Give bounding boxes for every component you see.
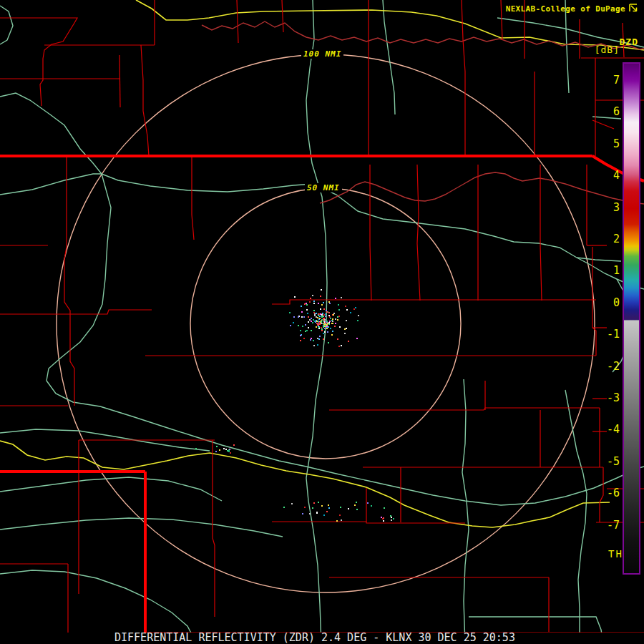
map-line-hwy — [0, 441, 610, 527]
color-scale-tick: 1 — [580, 265, 620, 276]
color-scale-tick: 3 — [580, 203, 620, 213]
product-code-label: DZD — [620, 36, 638, 47]
color-scale-tick: 7 — [580, 75, 620, 86]
map-line-county — [501, 0, 502, 40]
map-line-road — [565, 0, 569, 93]
color-scale-bar — [623, 62, 640, 575]
map-line-road — [0, 6, 13, 44]
radar-map-canvas[interactable] — [0, 0, 644, 644]
map-line-road — [47, 174, 306, 467]
map-line-county — [417, 165, 420, 301]
color-scale-tick: -7 — [580, 520, 620, 531]
map-line-county — [192, 156, 194, 240]
color-scale-tick: -5 — [580, 457, 620, 467]
color-scale-tick: -6 — [580, 488, 620, 499]
color-scale-tick: 4 — [580, 170, 620, 181]
threshold-label: TH — [608, 548, 623, 560]
status-bar: DIFFERENTIAL REFLECTIVITY (ZDR) 2.4 DEG … — [0, 633, 644, 644]
map-line-county — [540, 165, 542, 301]
color-scale-tick: -1 — [580, 329, 620, 340]
map-line-county — [119, 55, 120, 107]
map-line-road — [0, 93, 102, 174]
radar-viewer: 100 NMI 50 NMI NEXLAB-College of DuPage … — [0, 0, 644, 644]
color-scale-tick: 2 — [580, 234, 620, 245]
map-launch-arrow-icon[interactable] — [628, 3, 639, 14]
map-line-county — [282, 0, 283, 32]
map-line-county — [141, 45, 149, 156]
map-line-road — [462, 379, 469, 644]
color-scale-tick: -3 — [580, 393, 620, 404]
color-scale-tick: -4 — [580, 424, 620, 435]
color-scale-tick: 6 — [580, 107, 620, 117]
map-line-county — [272, 300, 596, 304]
map-line-road — [383, 0, 395, 114]
color-scale-tick: 5 — [580, 139, 620, 150]
map-line-county — [272, 522, 465, 523]
map-line-county — [370, 165, 371, 301]
map-line-county — [213, 440, 215, 617]
color-scale-tick: 0 — [580, 298, 620, 308]
color-scale-tick: -2 — [580, 361, 620, 372]
range-ring-label-100nmi: 100 NMI — [301, 49, 343, 59]
range-ring-label-50nmi: 50 NMI — [305, 183, 342, 192]
map-line-county — [237, 0, 238, 43]
map-line-road — [0, 518, 283, 537]
units-label: [dB] — [595, 44, 620, 55]
page-title: NEXLAB-College of DuPage — [506, 4, 625, 14]
map-line-county — [329, 408, 600, 410]
status-bar-text: DIFFERENTIAL REFLECTIVITY (ZDR) 2.4 DEG … — [114, 633, 515, 643]
map-line-road — [306, 467, 644, 505]
map-line-county — [0, 18, 77, 106]
map-line-county — [64, 156, 74, 406]
map-line-county — [0, 310, 152, 314]
map-line-road — [0, 477, 222, 501]
